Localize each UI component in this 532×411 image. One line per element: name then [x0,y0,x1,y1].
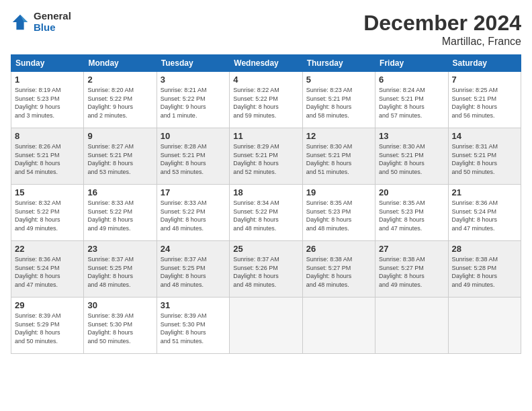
calendar-day-29: 29Sunrise: 8:39 AMSunset: 5:29 PMDayligh… [11,298,84,354]
calendar-day-empty [448,298,521,354]
day-info: Sunrise: 8:37 AMSunset: 5:25 PMDaylight:… [87,255,152,289]
calendar-week-row: 29Sunrise: 8:39 AMSunset: 5:29 PMDayligh… [11,298,521,354]
day-info: Sunrise: 8:39 AMSunset: 5:30 PMDaylight:… [161,312,226,345]
day-number: 6 [379,75,444,85]
day-number: 5 [306,75,371,85]
title-block: December 2024 Martillac, France [363,11,521,48]
title-location: Martillac, France [363,36,521,48]
calendar-day-12: 12Sunrise: 8:30 AMSunset: 5:21 PMDayligh… [302,128,375,185]
day-info: Sunrise: 8:27 AMSunset: 5:21 PMDaylight:… [87,142,152,176]
day-info: Sunrise: 8:23 AMSunset: 5:21 PMDaylight:… [306,86,371,120]
calendar-day-25: 25Sunrise: 8:37 AMSunset: 5:26 PMDayligh… [230,241,302,298]
day-info: Sunrise: 8:20 AMSunset: 5:22 PMDaylight:… [87,86,152,120]
day-number: 3 [161,75,226,85]
day-number: 20 [379,187,444,197]
day-info: Sunrise: 8:35 AMSunset: 5:23 PMDaylight:… [379,199,444,232]
calendar-day-empty [375,298,448,354]
calendar-week-row: 8Sunrise: 8:26 AMSunset: 5:21 PMDaylight… [11,128,521,185]
day-info: Sunrise: 8:33 AMSunset: 5:22 PMDaylight:… [87,199,152,232]
day-number: 28 [452,244,517,254]
day-number: 16 [87,187,152,197]
day-number: 10 [161,131,226,141]
day-number: 25 [233,244,298,254]
calendar-header-row: SundayMondayTuesdayWednesdayThursdayFrid… [11,55,521,72]
calendar-table: SundayMondayTuesdayWednesdayThursdayFrid… [11,54,521,354]
day-number: 8 [15,131,80,141]
day-number: 7 [452,75,517,85]
day-info: Sunrise: 8:30 AMSunset: 5:21 PMDaylight:… [306,142,371,176]
day-info: Sunrise: 8:24 AMSunset: 5:21 PMDaylight:… [379,86,444,120]
day-info: Sunrise: 8:31 AMSunset: 5:21 PMDaylight:… [452,142,517,176]
day-number: 29 [15,300,80,310]
day-info: Sunrise: 8:35 AMSunset: 5:23 PMDaylight:… [306,199,371,232]
calendar-day-5: 5Sunrise: 8:23 AMSunset: 5:21 PMDaylight… [302,72,375,128]
calendar-day-1: 1Sunrise: 8:19 AMSunset: 5:23 PMDaylight… [11,72,84,128]
day-number: 9 [87,131,152,141]
calendar-week-row: 22Sunrise: 8:36 AMSunset: 5:24 PMDayligh… [11,241,521,298]
calendar-week-row: 15Sunrise: 8:32 AMSunset: 5:22 PMDayligh… [11,185,521,241]
calendar-day-9: 9Sunrise: 8:27 AMSunset: 5:21 PMDaylight… [84,128,157,185]
calendar-day-10: 10Sunrise: 8:28 AMSunset: 5:21 PMDayligh… [157,128,229,185]
logo-icon [11,13,30,32]
calendar-day-17: 17Sunrise: 8:33 AMSunset: 5:22 PMDayligh… [157,185,229,241]
logo: General Blue [11,11,71,33]
day-number: 21 [452,187,517,197]
calendar-day-empty [302,298,375,354]
day-number: 26 [306,244,371,254]
header: General Blue December 2024 Martillac, Fr… [11,11,521,48]
calendar-day-4: 4Sunrise: 8:22 AMSunset: 5:22 PMDaylight… [230,72,302,128]
day-number: 17 [161,187,226,197]
calendar-day-8: 8Sunrise: 8:26 AMSunset: 5:21 PMDaylight… [11,128,84,185]
day-number: 23 [87,244,152,254]
day-info: Sunrise: 8:21 AMSunset: 5:22 PMDaylight:… [161,86,226,120]
day-number: 12 [306,131,371,141]
day-info: Sunrise: 8:37 AMSunset: 5:25 PMDaylight:… [161,255,226,289]
day-number: 2 [87,75,152,85]
day-number: 22 [15,244,80,254]
page: General Blue December 2024 Martillac, Fr… [0,0,532,411]
day-info: Sunrise: 8:38 AMSunset: 5:27 PMDaylight:… [379,255,444,289]
day-number: 13 [379,131,444,141]
calendar-day-23: 23Sunrise: 8:37 AMSunset: 5:25 PMDayligh… [84,241,157,298]
calendar-header-wednesday: Wednesday [230,55,302,72]
calendar-day-11: 11Sunrise: 8:29 AMSunset: 5:21 PMDayligh… [230,128,302,185]
calendar-header-saturday: Saturday [448,55,521,72]
day-number: 15 [15,187,80,197]
day-number: 18 [233,187,298,197]
calendar-day-15: 15Sunrise: 8:32 AMSunset: 5:22 PMDayligh… [11,185,84,241]
day-info: Sunrise: 8:28 AMSunset: 5:21 PMDaylight:… [161,142,226,176]
calendar-header-monday: Monday [84,55,157,72]
day-info: Sunrise: 8:22 AMSunset: 5:22 PMDaylight:… [233,86,298,120]
calendar-header-sunday: Sunday [11,55,84,72]
calendar-day-28: 28Sunrise: 8:38 AMSunset: 5:28 PMDayligh… [448,241,521,298]
day-number: 14 [452,131,517,141]
calendar-day-31: 31Sunrise: 8:39 AMSunset: 5:30 PMDayligh… [157,298,229,354]
day-info: Sunrise: 8:32 AMSunset: 5:22 PMDaylight:… [15,199,80,232]
day-number: 24 [161,244,226,254]
calendar-day-18: 18Sunrise: 8:34 AMSunset: 5:22 PMDayligh… [230,185,302,241]
calendar-day-30: 30Sunrise: 8:39 AMSunset: 5:30 PMDayligh… [84,298,157,354]
day-info: Sunrise: 8:34 AMSunset: 5:22 PMDaylight:… [233,199,298,232]
calendar-day-22: 22Sunrise: 8:36 AMSunset: 5:24 PMDayligh… [11,241,84,298]
calendar-day-13: 13Sunrise: 8:30 AMSunset: 5:21 PMDayligh… [375,128,448,185]
calendar-day-27: 27Sunrise: 8:38 AMSunset: 5:27 PMDayligh… [375,241,448,298]
calendar-day-empty [230,298,302,354]
day-number: 11 [233,131,298,141]
calendar-day-16: 16Sunrise: 8:33 AMSunset: 5:22 PMDayligh… [84,185,157,241]
day-info: Sunrise: 8:25 AMSunset: 5:21 PMDaylight:… [452,86,517,120]
day-info: Sunrise: 8:29 AMSunset: 5:21 PMDaylight:… [233,142,298,176]
day-number: 1 [15,75,80,85]
day-info: Sunrise: 8:38 AMSunset: 5:28 PMDaylight:… [452,255,517,289]
logo-blue-text: Blue [34,22,71,34]
day-info: Sunrise: 8:36 AMSunset: 5:24 PMDaylight:… [15,255,80,289]
day-info: Sunrise: 8:39 AMSunset: 5:30 PMDaylight:… [87,312,152,345]
day-info: Sunrise: 8:38 AMSunset: 5:27 PMDaylight:… [306,255,371,289]
day-info: Sunrise: 8:30 AMSunset: 5:21 PMDaylight:… [379,142,444,176]
calendar-header-tuesday: Tuesday [157,55,229,72]
calendar-header-friday: Friday [375,55,448,72]
calendar-day-3: 3Sunrise: 8:21 AMSunset: 5:22 PMDaylight… [157,72,229,128]
calendar-day-14: 14Sunrise: 8:31 AMSunset: 5:21 PMDayligh… [448,128,521,185]
calendar-day-26: 26Sunrise: 8:38 AMSunset: 5:27 PMDayligh… [302,241,375,298]
calendar-day-24: 24Sunrise: 8:37 AMSunset: 5:25 PMDayligh… [157,241,229,298]
day-info: Sunrise: 8:26 AMSunset: 5:21 PMDaylight:… [15,142,80,176]
